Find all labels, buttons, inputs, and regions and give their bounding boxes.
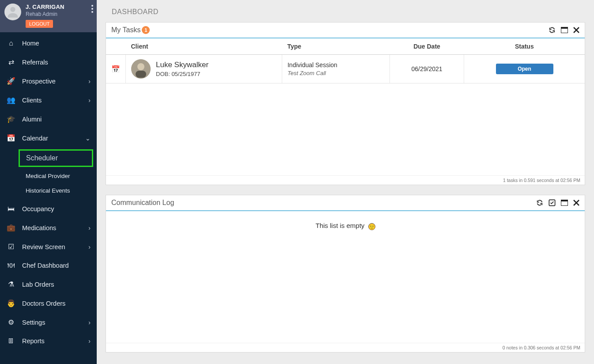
- calendar-submenu: Scheduler Medical Provider Historical Ev…: [0, 148, 97, 198]
- nav-alumni[interactable]: 🎓Alumni: [0, 110, 97, 129]
- task-type: Individual Session: [288, 61, 384, 68]
- chevron-right-icon: ›: [88, 319, 91, 326]
- nav-label: Referrals: [22, 59, 48, 66]
- nav-historical-events[interactable]: Historical Events: [0, 183, 97, 198]
- nav-label: Chef Dashboard: [22, 262, 69, 269]
- task-subtype: Test Zoom Call: [288, 70, 384, 76]
- col-type: Type: [282, 38, 390, 55]
- table-row[interactable]: 📅 Luke Skywalker DOB: 05/25/1977 Individ…: [106, 55, 585, 83]
- sidebar: J. CARRIGAN Rehab Admin LOGOUT ⌂Home ⇄Re…: [0, 0, 97, 364]
- client-photo: [131, 59, 151, 79]
- nav-scheduler[interactable]: Scheduler: [19, 149, 93, 167]
- nav2: 🛏Occupancy 💼Medications› ☑Review Screen›…: [0, 200, 97, 350]
- col-due: Due Date: [390, 38, 464, 55]
- panel-header: Communication Log: [106, 195, 585, 211]
- logout-button[interactable]: LOGOUT: [26, 20, 53, 28]
- tasks-table: Client Type Due Date Status 📅 Luke Skywa…: [106, 38, 585, 83]
- chevron-down-icon: ⌄: [85, 135, 91, 142]
- nav-settings[interactable]: ⚙Settings›: [0, 313, 97, 332]
- chevron-right-icon: ›: [88, 224, 91, 231]
- avatar: [4, 4, 21, 20]
- nav-label: Medications: [22, 224, 56, 231]
- nav-clients[interactable]: 👥Clients›: [0, 91, 97, 110]
- nav-medications[interactable]: 💼Medications›: [0, 218, 97, 237]
- smiley-icon: [368, 223, 375, 230]
- open-button[interactable]: Open: [496, 64, 553, 74]
- close-icon[interactable]: [573, 27, 579, 34]
- empty-text: This list is empty: [315, 222, 364, 229]
- svg-rect-7: [136, 71, 146, 78]
- calendar-plus-icon: 📅: [6, 134, 16, 142]
- graduation-icon: 🎓: [6, 115, 16, 123]
- panel-tools: [536, 199, 579, 206]
- col-status: Status: [464, 38, 585, 55]
- nav-label: Review Screen: [22, 243, 65, 250]
- calendar-check-icon: 📅: [111, 65, 120, 73]
- chevron-right-icon: ›: [88, 243, 91, 250]
- user-block: J. CARRIGAN Rehab Admin LOGOUT: [0, 0, 97, 32]
- task-due: 06/29/2021: [390, 55, 464, 83]
- nav-home[interactable]: ⌂Home: [0, 34, 97, 53]
- client-name: Luke Skywalker: [156, 61, 208, 69]
- panel-tools: [549, 27, 579, 34]
- flask-icon: ⚗: [6, 280, 16, 288]
- user-info: J. CARRIGAN Rehab Admin LOGOUT: [26, 4, 64, 28]
- nav-calendar[interactable]: 📅Calendar⌄: [0, 129, 97, 148]
- nav-chef[interactable]: 🍽Chef Dashboard: [0, 256, 97, 275]
- chevron-right-icon: ›: [88, 97, 91, 104]
- panel-header: My Tasks 1: [106, 23, 585, 38]
- nav-label: Occupancy: [22, 205, 54, 212]
- nav-label: Settings: [22, 319, 45, 326]
- nav-label: Lab Orders: [22, 281, 54, 288]
- checkbox-icon: ☑: [6, 243, 16, 251]
- nav-medical-provider[interactable]: Medical Provider: [0, 169, 97, 183]
- nav-label: Medical Provider: [26, 173, 70, 179]
- utensils-icon: 🍽: [6, 262, 16, 269]
- nav-reports[interactable]: 🗏Reports›: [0, 332, 97, 350]
- user-menu-icon[interactable]: [91, 4, 93, 14]
- panel-title: Communication Log: [111, 199, 174, 207]
- tasks-footer: 1 tasks in 0.591 seconds at 02:56 PM: [106, 175, 585, 185]
- panel-communication-log: Communication Log This list is empty 0 n…: [106, 195, 585, 353]
- user-role: Rehab Admin: [26, 11, 64, 17]
- refresh-icon[interactable]: [549, 27, 556, 34]
- nav-label: Calendar: [22, 135, 48, 142]
- nav-lab[interactable]: ⚗Lab Orders: [0, 275, 97, 294]
- task-count-badge: 1: [142, 26, 150, 34]
- nav-prospective[interactable]: 🚀Prospective›: [0, 72, 97, 91]
- doctor-icon: 👨: [6, 299, 16, 307]
- nav-review[interactable]: ☑Review Screen›: [0, 237, 97, 256]
- client-dob: DOB: 05/25/1977: [156, 71, 208, 77]
- user-name: J. CARRIGAN: [26, 4, 64, 10]
- refresh-icon[interactable]: [536, 199, 543, 206]
- svg-point-0: [10, 7, 15, 12]
- nav-label: Alumni: [22, 116, 42, 123]
- nav: ⌂Home ⇄Referrals 🚀Prospective› 👥Clients›…: [0, 34, 97, 148]
- nav-doctors[interactable]: 👨Doctors Orders: [0, 294, 97, 313]
- nav-occupancy[interactable]: 🛏Occupancy: [0, 200, 97, 218]
- nav-label: Scheduler: [26, 154, 58, 162]
- panel-title: My Tasks: [111, 26, 140, 34]
- gears-icon: ⚙: [6, 318, 16, 326]
- page-title: DASHBOARD: [112, 8, 585, 16]
- maximize-icon[interactable]: [561, 27, 568, 34]
- close-icon[interactable]: [573, 199, 579, 206]
- nav-referrals[interactable]: ⇄Referrals: [0, 53, 97, 72]
- maximize-icon[interactable]: [561, 199, 568, 206]
- nav-label: Clients: [22, 97, 42, 104]
- nav-label: Prospective: [22, 78, 56, 85]
- commlog-footer: 0 notes in 0.306 seconds at 02:56 PM: [106, 343, 585, 352]
- chevron-right-icon: ›: [88, 337, 91, 345]
- report-icon: 🗏: [6, 337, 16, 345]
- svg-point-6: [137, 63, 144, 70]
- briefcase-icon: 💼: [6, 224, 16, 232]
- nav-label: Reports: [22, 337, 45, 345]
- svg-rect-10: [561, 200, 568, 201]
- col-client: Client: [126, 38, 282, 55]
- bed-icon: 🛏: [6, 205, 16, 213]
- rocket-icon: 🚀: [6, 77, 16, 85]
- shuffle-icon: ⇄: [6, 58, 16, 66]
- chevron-right-icon: ›: [88, 78, 91, 85]
- nav-label: Home: [22, 40, 39, 47]
- check-icon[interactable]: [549, 199, 556, 206]
